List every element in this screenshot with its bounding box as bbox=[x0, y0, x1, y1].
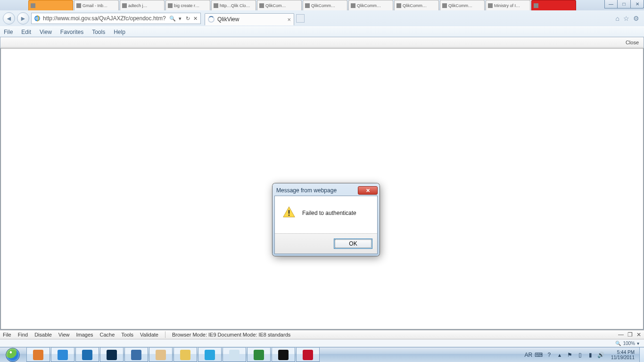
zoom-dropdown-icon[interactable]: ▾ bbox=[637, 341, 639, 346]
taskbar-photoshop[interactable] bbox=[100, 347, 124, 362]
browser-tab-active[interactable]: QlikView × bbox=[205, 13, 294, 25]
devtools-file[interactable]: File bbox=[3, 332, 11, 337]
background-tab[interactable]: Ministry of I… bbox=[486, 0, 530, 10]
page-viewport: Close Message from webpage ✕ Failed to a… bbox=[0, 37, 644, 330]
devtools-close-icon[interactable]: ✕ bbox=[636, 331, 641, 338]
devtools-view[interactable]: View bbox=[58, 332, 70, 337]
menu-file[interactable]: File bbox=[4, 29, 13, 35]
tray-flag-icon[interactable]: ⚑ bbox=[567, 352, 573, 358]
menu-view[interactable]: View bbox=[40, 29, 52, 35]
background-tab[interactable]: QlikCom… bbox=[257, 0, 302, 10]
background-tab[interactable]: QlikComm… bbox=[303, 0, 347, 10]
stop-icon[interactable]: ✕ bbox=[192, 15, 198, 22]
taskbar-device[interactable] bbox=[124, 347, 148, 362]
devtools-cache[interactable]: Cache bbox=[100, 332, 115, 337]
url-input[interactable] bbox=[43, 13, 167, 24]
background-tab[interactable]: Gmail - Inb… bbox=[74, 0, 119, 10]
devtools-images[interactable]: Images bbox=[76, 332, 93, 337]
page-close-link[interactable]: Close bbox=[626, 40, 639, 45]
taskbar-excel[interactable] bbox=[247, 347, 271, 362]
back-button[interactable]: ◄ bbox=[3, 12, 15, 25]
status-bar: 🔍 100% ▾ bbox=[0, 339, 644, 347]
tab-title: QlikView bbox=[217, 16, 239, 23]
excel-icon bbox=[254, 350, 264, 360]
tray-help-icon[interactable]: ? bbox=[546, 352, 553, 358]
devtools-bar: FileFindDisableViewImagesCacheToolsValid… bbox=[0, 330, 644, 339]
zoom-icon[interactable]: 🔍 bbox=[615, 341, 621, 346]
taskbar-firefox[interactable] bbox=[26, 347, 50, 362]
background-tab[interactable] bbox=[28, 0, 73, 10]
background-tab[interactable]: QlikComm… bbox=[394, 0, 439, 10]
background-tab[interactable] bbox=[531, 0, 576, 10]
tray-lang[interactable]: AR bbox=[525, 352, 532, 358]
home-icon[interactable]: ⌂ bbox=[616, 15, 619, 22]
svg-rect-3 bbox=[289, 214, 289, 216]
search-icon[interactable]: 🔍 bbox=[169, 15, 176, 22]
tab-favicon-icon bbox=[76, 3, 81, 8]
devtools-disable[interactable]: Disable bbox=[34, 332, 52, 337]
tools-icon[interactable]: ⚙ bbox=[633, 15, 639, 22]
background-tab[interactable]: adtech j… bbox=[120, 0, 165, 10]
taskbar-cmd[interactable] bbox=[272, 347, 295, 362]
menu-edit[interactable]: Edit bbox=[21, 29, 31, 35]
tab-favicon-icon bbox=[534, 3, 538, 8]
taskbar-skype[interactable] bbox=[198, 347, 222, 362]
tab-favicon-icon bbox=[305, 3, 310, 8]
tray-clock[interactable]: 5:44 PM 11/19/2011 bbox=[608, 350, 637, 360]
menu-favorites[interactable]: Favorites bbox=[60, 29, 83, 35]
refresh-icon[interactable]: ↻ bbox=[184, 15, 191, 22]
background-tab[interactable]: QlikComm… bbox=[348, 0, 393, 10]
devtools-find[interactable]: Find bbox=[18, 332, 28, 337]
menu-help[interactable]: Help bbox=[114, 29, 125, 35]
taskbar-paint[interactable] bbox=[149, 347, 173, 362]
dialog-close-button[interactable]: ✕ bbox=[358, 186, 378, 195]
acrobat-icon bbox=[303, 350, 313, 360]
tab-favicon-icon bbox=[442, 3, 447, 8]
window-maximize-button[interactable]: □ bbox=[618, 0, 631, 8]
dropdown-icon[interactable]: ▾ bbox=[177, 15, 183, 22]
dialog-titlebar[interactable]: Message from webpage ✕ bbox=[274, 185, 378, 196]
new-tab-button[interactable] bbox=[296, 14, 305, 23]
start-button[interactable] bbox=[0, 347, 25, 362]
taskbar-ie[interactable] bbox=[51, 347, 74, 362]
taskbar-check[interactable] bbox=[75, 347, 99, 362]
tab-label: http…Qlik Clo… bbox=[220, 3, 250, 8]
tab-favicon-icon bbox=[31, 3, 35, 8]
background-tab[interactable]: http…Qlik Clo… bbox=[211, 0, 256, 10]
tray-power-icon[interactable]: ▯ bbox=[577, 352, 584, 358]
devtools-mode-label[interactable]: Browser Mode: IE9 Document Mode: IE8 sta… bbox=[172, 332, 290, 337]
tray-chevron-icon[interactable]: ▴ bbox=[556, 352, 563, 358]
tray-volume-icon[interactable]: 🔊 bbox=[598, 352, 604, 358]
taskbar-explorer[interactable] bbox=[173, 347, 197, 362]
tab-label: adtech j… bbox=[128, 3, 148, 8]
alert-dialog: Message from webpage ✕ Failed to authent… bbox=[272, 183, 380, 256]
forward-button[interactable]: ► bbox=[17, 12, 29, 25]
favorites-icon[interactable]: ☆ bbox=[623, 15, 629, 22]
dialog-ok-button[interactable]: OK bbox=[334, 239, 372, 249]
svg-rect-2 bbox=[289, 210, 289, 214]
window-close-button[interactable]: ✕ bbox=[631, 0, 644, 8]
taskbar-notepad[interactable] bbox=[223, 347, 246, 362]
tab-label: QlikComm… bbox=[357, 3, 381, 8]
background-tab[interactable]: QlikComm… bbox=[440, 0, 485, 10]
background-tab[interactable]: big create r… bbox=[165, 0, 210, 10]
devtools-validate[interactable]: Validate bbox=[140, 332, 158, 337]
show-desktop-button[interactable] bbox=[639, 347, 644, 362]
background-window-tabs: Gmail - Inb…adtech j…big create r…http…Q… bbox=[0, 0, 644, 10]
window-minimize-button[interactable]: — bbox=[604, 0, 618, 8]
address-bar[interactable]: 🔍 ▾ ↻ ✕ bbox=[31, 13, 201, 24]
tab-close-icon[interactable]: × bbox=[287, 16, 291, 23]
devtools-minimize-icon[interactable]: — bbox=[618, 331, 624, 338]
tray-keyboard-icon[interactable]: ⌨ bbox=[536, 352, 542, 358]
tab-favicon-icon bbox=[351, 3, 355, 8]
devtools-tools[interactable]: Tools bbox=[121, 332, 133, 337]
menu-tools[interactable]: Tools bbox=[92, 29, 105, 35]
devtools-popout-icon[interactable]: ❐ bbox=[627, 331, 633, 338]
tab-label: QlikComm… bbox=[311, 3, 335, 8]
tab-favicon-icon bbox=[488, 3, 493, 8]
tab-favicon-icon bbox=[168, 3, 173, 8]
tray-network-icon[interactable]: ▮ bbox=[587, 352, 594, 358]
zoom-level[interactable]: 100% bbox=[623, 341, 635, 346]
taskbar-acrobat[interactable] bbox=[296, 347, 320, 362]
browser-menubar: FileEditViewFavoritesToolsHelp bbox=[0, 26, 644, 37]
